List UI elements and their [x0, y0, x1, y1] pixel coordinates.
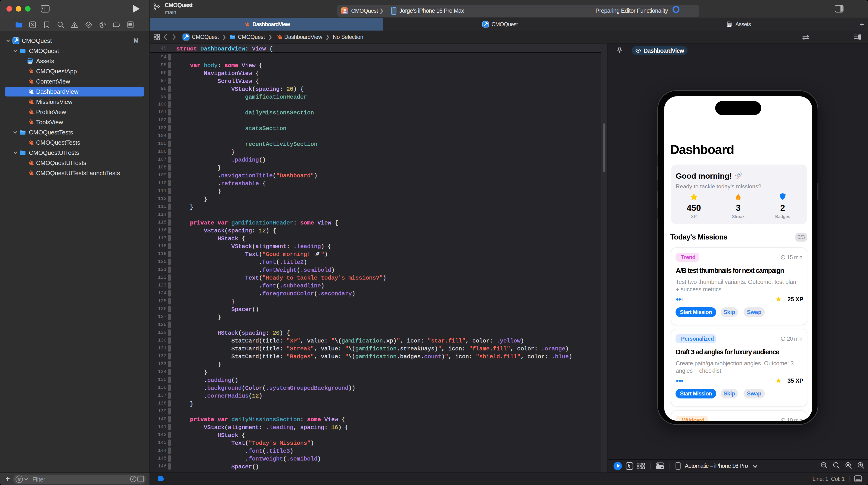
svg-text:1: 1	[835, 463, 837, 467]
